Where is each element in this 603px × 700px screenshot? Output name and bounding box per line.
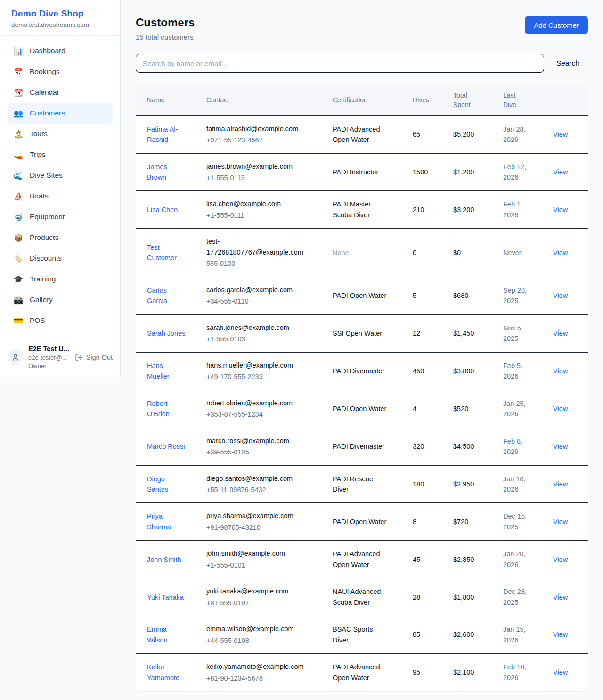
customer-name-link[interactable]: Diego Santos bbox=[147, 474, 187, 495]
customer-dives: 450 bbox=[413, 352, 453, 390]
customer-name-link[interactable]: Lisa Chen bbox=[147, 205, 178, 215]
sidebar-item-trips[interactable]: 🚤Trips bbox=[8, 144, 113, 165]
customer-last-dive: Feb 8, 2026 bbox=[503, 436, 532, 457]
customer-certification: PADI Rescue Diver bbox=[333, 474, 388, 495]
view-customer-link[interactable]: View bbox=[553, 367, 568, 375]
customer-email: lisa.chen@example.com bbox=[206, 198, 310, 209]
customer-name-link[interactable]: Emma Wilson bbox=[147, 624, 187, 645]
sidebar-item-gallery[interactable]: 📸Gallery bbox=[8, 289, 113, 310]
page-header: Customers 15 total customers Add Custome… bbox=[136, 16, 588, 41]
customer-last-dive: Jan 15, 2026 bbox=[503, 624, 532, 645]
sidebar-item-equipment[interactable]: 🤿Equipment bbox=[8, 206, 113, 227]
customer-certification: PADI Open Water bbox=[333, 290, 386, 301]
view-customer-link[interactable]: View bbox=[553, 249, 568, 256]
sidebar-item-label: Tours bbox=[30, 130, 48, 138]
customer-certification: PADI Master Scuba Diver bbox=[333, 199, 388, 220]
table-row: John Smithjohn.smith@example.com+1-555-0… bbox=[136, 541, 588, 578]
table-row: Fatima Al-Rashidfatima.alrashid@example.… bbox=[136, 115, 588, 153]
search-input[interactable] bbox=[136, 54, 544, 73]
table-row: Test Customertest-1772681807767@example.… bbox=[136, 229, 588, 277]
customer-phone: +34-555-0110 bbox=[206, 296, 310, 306]
view-customer-link[interactable]: View bbox=[553, 292, 568, 299]
sidebar-item-discounts[interactable]: 🏷️Discounts bbox=[8, 248, 113, 269]
customer-total-spent: $680 bbox=[453, 277, 503, 314]
sidebar-item-label: Calendar bbox=[30, 88, 59, 97]
customer-certification: SSI Open Water bbox=[333, 328, 382, 338]
avatar bbox=[8, 349, 24, 365]
view-customer-link[interactable]: View bbox=[553, 443, 568, 450]
customer-phone: +49-170-555-2233 bbox=[206, 371, 310, 382]
view-customer-link[interactable]: View bbox=[553, 556, 568, 563]
customer-table-body: Fatima Al-Rashidfatima.alrashid@example.… bbox=[136, 115, 588, 691]
view-customer-link[interactable]: View bbox=[553, 480, 568, 488]
sidebar-item-label: Trips bbox=[30, 150, 46, 159]
view-customer-link[interactable]: View bbox=[553, 668, 568, 676]
customer-name-link[interactable]: John Smith bbox=[147, 554, 181, 565]
customer-total-spent: $3,800 bbox=[453, 352, 503, 390]
customer-name-link[interactable]: Carlos Garcia bbox=[147, 285, 187, 306]
customer-last-dive: Dec 28, 2025 bbox=[503, 586, 532, 608]
sidebar-item-customers[interactable]: 👥Customers bbox=[8, 103, 113, 124]
customer-certification: None bbox=[333, 247, 349, 258]
sidebar-item-pos[interactable]: 💳POS bbox=[8, 310, 113, 331]
sidebar-item-bookings[interactable]: 📅Bookings bbox=[8, 61, 113, 82]
customer-email: james.brown@example.com bbox=[206, 161, 310, 172]
customer-name-link[interactable]: Sarah Jones bbox=[147, 328, 185, 338]
sidebar-item-tours[interactable]: 🏝️Tours bbox=[8, 124, 113, 144]
customer-last-dive: Jan 10, 2026 bbox=[503, 474, 532, 495]
sign-out-button[interactable]: Sign Out bbox=[75, 354, 113, 362]
customer-total-spent: $2,950 bbox=[453, 465, 503, 503]
customer-dives: 8 bbox=[413, 503, 453, 541]
sidebar-item-dive-sites[interactable]: 🌊Dive Sites bbox=[8, 165, 113, 186]
customer-name-link[interactable]: Marco Rossi bbox=[147, 441, 185, 452]
customer-name-link[interactable]: Yuki Tanaka bbox=[147, 592, 184, 602]
customer-name-link[interactable]: Robert O'Brien bbox=[147, 398, 187, 420]
view-customer-link[interactable]: View bbox=[553, 518, 568, 526]
customer-name-link[interactable]: Hans Mueller bbox=[147, 361, 187, 382]
view-customer-link[interactable]: View bbox=[553, 329, 568, 337]
view-customer-link[interactable]: View bbox=[553, 631, 568, 638]
customer-name-link[interactable]: Keiko Yamamoto bbox=[147, 662, 187, 683]
column-header-total-spent: Total Spent bbox=[453, 85, 503, 115]
customer-last-dive: Feb 10, 2026 bbox=[503, 662, 532, 683]
customer-certification: PADI Divemaster bbox=[333, 441, 384, 452]
customer-email: yuki.tanaka@example.com bbox=[206, 586, 310, 596]
customer-total-spent: $2,850 bbox=[453, 541, 503, 578]
add-customer-button[interactable]: Add Customer bbox=[525, 16, 588, 34]
dive-sites-icon: 🌊 bbox=[13, 171, 24, 180]
customer-name-link[interactable]: Test Customer bbox=[147, 242, 187, 264]
customer-email: marco.rossi@example.com bbox=[206, 436, 310, 446]
sidebar-item-products[interactable]: 📦Products bbox=[8, 227, 113, 248]
discounts-icon: 🏷️ bbox=[13, 254, 24, 263]
table-row: Lisa Chenlisa.chen@example.com+1-555-011… bbox=[136, 191, 588, 229]
sidebar-item-dashboard[interactable]: 📊Dashboard bbox=[8, 41, 113, 61]
customer-last-dive: Feb 1, 2026 bbox=[503, 199, 532, 220]
customer-name-link[interactable]: Priya Sharma bbox=[147, 511, 187, 532]
view-customer-link[interactable]: View bbox=[553, 206, 568, 214]
shop-name[interactable]: Demo Dive Shop bbox=[11, 8, 109, 19]
sidebar-item-calendar[interactable]: 📆Calendar bbox=[8, 82, 113, 103]
customer-phone: +91-98765-43210 bbox=[206, 522, 310, 533]
customer-dives: 95 bbox=[413, 654, 453, 691]
view-customer-link[interactable]: View bbox=[553, 593, 568, 601]
view-customer-link[interactable]: View bbox=[553, 168, 568, 176]
customer-name-link[interactable]: Fatima Al-Rashid bbox=[147, 124, 187, 145]
view-customer-link[interactable]: View bbox=[553, 131, 568, 138]
user-name: E2E Test U... bbox=[28, 345, 70, 353]
customer-last-dive: Nov 5, 2025 bbox=[503, 323, 532, 344]
sidebar-item-label: Discounts bbox=[30, 254, 62, 263]
sidebar-item-label: POS bbox=[30, 316, 45, 325]
sidebar-item-training[interactable]: 🎓Training bbox=[8, 269, 113, 289]
view-customer-link[interactable]: View bbox=[553, 405, 568, 412]
customer-certification: PADI Advanced Open Water bbox=[333, 662, 388, 683]
customer-last-dive: Sep 20, 2025 bbox=[503, 285, 532, 306]
customer-dives: 320 bbox=[413, 428, 453, 465]
sidebar-nav: 📊Dashboard📅Bookings📆Calendar👥Customers🏝️… bbox=[0, 36, 120, 331]
customer-phone: +39-555-0105 bbox=[206, 447, 310, 457]
customer-name-link[interactable]: James Brown bbox=[147, 162, 187, 183]
search-button[interactable]: Search bbox=[544, 59, 579, 67]
customer-dives: 210 bbox=[413, 191, 453, 229]
customer-phone: +1-555-0101 bbox=[206, 560, 310, 570]
sidebar-item-boats[interactable]: ⛵Boats bbox=[8, 186, 113, 206]
customer-dives: 1500 bbox=[413, 153, 453, 191]
